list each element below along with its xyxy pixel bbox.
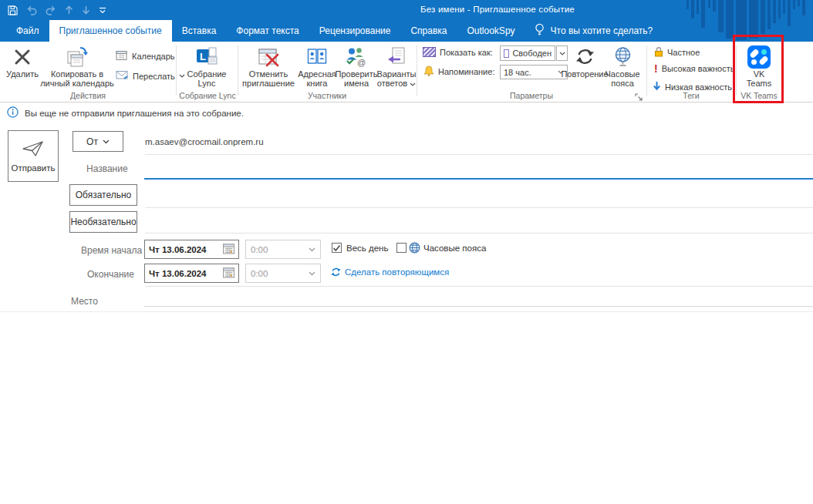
- delete-button[interactable]: Удалить: [5, 44, 40, 79]
- save-icon[interactable]: [8, 5, 18, 15]
- tab-help[interactable]: Справка: [400, 20, 457, 42]
- chevron-down-icon: [309, 247, 315, 252]
- tab-outlookspy[interactable]: OutlookSpy: [457, 20, 525, 42]
- optional-attendees-button[interactable]: Необязательно: [69, 211, 137, 233]
- address-book-button[interactable]: Адресная книга: [298, 44, 336, 89]
- location-field[interactable]: [144, 306, 813, 307]
- tell-me-box[interactable]: Что вы хотите сделать?: [525, 20, 663, 42]
- high-importance-label: Высокая важность: [662, 64, 735, 73]
- show-as-value: Свободен: [512, 49, 552, 58]
- info-icon: [7, 106, 19, 119]
- from-button[interactable]: От: [73, 131, 123, 152]
- required-attendees-button[interactable]: Обязательно: [69, 184, 137, 206]
- time-zones-checkbox-label: Часовые пояса: [423, 244, 486, 253]
- date-picker-icon[interactable]: [223, 244, 234, 256]
- group-label-lync: Собрание Lync: [177, 91, 238, 100]
- header-body-separator: [0, 311, 813, 312]
- time-zones-checkbox[interactable]: [396, 243, 406, 253]
- reminder-select[interactable]: 18 час.: [500, 65, 568, 79]
- end-date-value: Чт 13.06.2024: [149, 269, 223, 278]
- quick-access-toolbar: [8, 3, 106, 17]
- move-up-icon[interactable]: [65, 5, 73, 15]
- make-recurring-link[interactable]: Сделать повторяющимся: [345, 267, 449, 277]
- required-field[interactable]: [145, 207, 813, 208]
- customize-qat-icon[interactable]: [99, 7, 106, 14]
- globe-small-icon: [409, 242, 420, 257]
- from-label: От: [86, 136, 98, 147]
- time-zones-button[interactable]: Часовые пояса: [602, 44, 643, 89]
- show-as-select[interactable]: Свободен: [500, 45, 555, 61]
- group-label-attendees: Участники: [238, 91, 417, 100]
- window-title: Без имени - Приглашенное событие: [420, 5, 575, 14]
- send-button[interactable]: Отправить: [8, 130, 59, 182]
- time-zones-label: Часовые пояса: [602, 69, 643, 89]
- end-time-label: Окончание: [87, 269, 134, 280]
- tab-review[interactable]: Рецензирование: [309, 20, 401, 42]
- tell-me-label: Что вы хотите сделать?: [551, 25, 653, 36]
- start-time-label: Время начала: [81, 245, 142, 256]
- chevron-down-icon: [309, 271, 315, 276]
- address-book-label: Адресная книга: [298, 69, 336, 89]
- end-row-underline: [145, 286, 813, 287]
- group-label-actions: Действия: [5, 91, 171, 100]
- tab-invited-event[interactable]: Приглашенное событие: [49, 20, 172, 42]
- svg-text:@: @: [357, 58, 366, 67]
- undo-icon[interactable]: [26, 5, 37, 15]
- info-bar: Вы еще не отправили приглашения на это с…: [0, 102, 813, 123]
- check-names-button[interactable]: @ Проверить имена: [336, 44, 376, 89]
- chevron-down-icon: [410, 82, 416, 86]
- title-field[interactable]: [144, 178, 813, 180]
- private-label: Частное: [667, 48, 700, 57]
- svg-text:L: L: [200, 50, 206, 62]
- low-importance-label: Низкая важность: [665, 82, 732, 92]
- start-date-value: Чт 13.06.2024: [149, 245, 223, 254]
- response-options-icon: [386, 44, 406, 69]
- redo-icon[interactable]: [46, 5, 56, 15]
- end-date-picker[interactable]: Чт 13.06.2024: [144, 264, 239, 283]
- optional-field[interactable]: [145, 233, 813, 234]
- private-button[interactable]: Частное: [654, 46, 700, 59]
- start-date-picker[interactable]: Чт 13.06.2024: [144, 240, 239, 259]
- reminder-value: 18 час.: [504, 68, 555, 77]
- calendar-icon: [116, 50, 128, 62]
- lync-meeting-button[interactable]: L Собрание Lync: [180, 44, 234, 89]
- cancel-invitation-label: Отменить приглашение: [241, 69, 296, 89]
- group-label-vk-teams: VK Teams: [736, 91, 782, 100]
- reminder-label: Напоминание:: [438, 67, 494, 76]
- vk-teams-button[interactable]: VK Teams: [740, 44, 778, 89]
- tab-format-text[interactable]: Формат текста: [226, 20, 309, 42]
- date-picker-icon[interactable]: [223, 267, 234, 280]
- end-time-select[interactable]: 0:00: [245, 264, 321, 283]
- high-importance-button[interactable]: ! Высокая важность: [654, 64, 735, 73]
- start-time-select[interactable]: 0:00: [245, 240, 321, 259]
- reminder-bell-icon: [423, 66, 434, 78]
- tab-insert[interactable]: Вставка: [172, 20, 227, 42]
- globe-icon: [612, 44, 633, 69]
- optional-label: Необязательно: [70, 217, 136, 227]
- copy-to-personal-calendar-button[interactable]: Копировать в личный календарь: [40, 44, 114, 89]
- high-importance-icon: !: [654, 64, 658, 73]
- vk-teams-icon: [747, 44, 771, 69]
- show-as-icon: [423, 47, 436, 57]
- all-day-checkbox[interactable]: [332, 243, 342, 253]
- tab-file[interactable]: Файл: [6, 20, 49, 42]
- delete-label: Удалить: [6, 69, 39, 79]
- address-book-icon: [306, 44, 328, 69]
- recurring-arrows-icon: [330, 267, 342, 281]
- window-header: Без имени - Приглашенное событие Файл Пр…: [0, 0, 813, 42]
- all-day-label: Весь день: [346, 244, 388, 253]
- from-address-field[interactable]: m.asaev@crocmail.onprem.ru: [145, 137, 264, 146]
- copy-calendar-icon: [66, 44, 89, 69]
- required-label: Обязательно: [76, 190, 132, 200]
- calendar-button[interactable]: Календарь: [116, 50, 175, 62]
- show-as-row: Показать как:: [423, 47, 493, 57]
- group-label-tags: Теги: [646, 91, 736, 100]
- cancel-invitation-button[interactable]: Отменить приглашение: [241, 44, 296, 89]
- copy-to-personal-calendar-label: Копировать в личный календарь: [40, 69, 114, 89]
- recurrence-icon: [575, 44, 595, 69]
- move-down-icon[interactable]: [82, 5, 90, 15]
- response-options-button[interactable]: Варианты ответов: [376, 44, 417, 89]
- forward-button[interactable]: Переслать: [116, 70, 185, 82]
- lightbulb-icon: [535, 23, 545, 39]
- group-label-options: Параметры: [417, 91, 646, 100]
